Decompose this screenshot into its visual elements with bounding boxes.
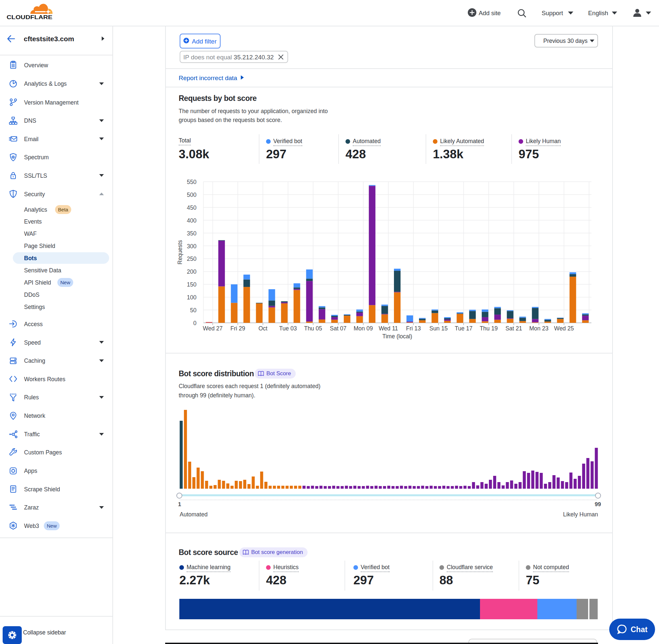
svg-text:Requests: Requests [177,240,183,264]
